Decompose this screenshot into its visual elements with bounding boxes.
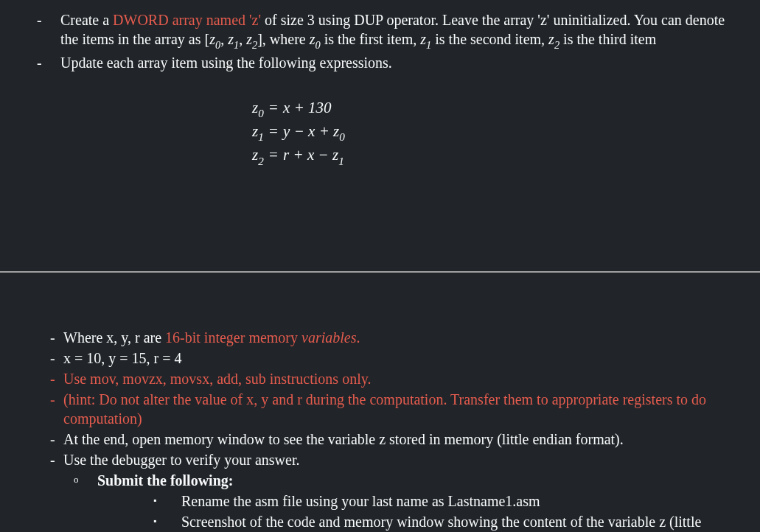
bullet-text: Use the debugger to verify your answer. [63, 450, 736, 469]
submit-heading: Submit the following: [97, 471, 736, 490]
bullet-text: Screenshot of the code and memory window… [181, 512, 736, 532]
bullet-submit-heading: o Submit the following: [74, 471, 736, 490]
bullet-memory-window: - At the end, open memory window to see … [50, 430, 736, 449]
red-highlight: DWORD array named 'z' [113, 12, 261, 28]
z2-desc: is the third item [559, 31, 656, 47]
var-z2-ref: z2 [548, 31, 559, 47]
bullet-where-vars: - Where x, y, r are 16-bit integer memor… [50, 328, 736, 347]
b1-prefix: Where x, y, r are [63, 329, 165, 346]
b1-period: . [356, 329, 360, 346]
submit-sublist: o Submit the following: ▪ Rename the asm… [74, 471, 736, 532]
var-z0-ref: z0 [310, 31, 321, 47]
circle-bullet: o [74, 471, 97, 486]
equation-3: z2 = r + x − z1 [252, 144, 736, 168]
top-section: - Create a DWORD array named 'z' of size… [0, 0, 760, 273]
bullet-text: Update each array item using the followi… [60, 53, 736, 72]
bullet-rename: ▪ Rename the asm file using your last na… [153, 491, 736, 511]
var-z1: z1 [228, 31, 239, 47]
text-prefix: Create a [60, 12, 113, 28]
square-bullet-icon: ▪ [153, 512, 181, 528]
bullet-text: At the end, open memory window to see th… [63, 430, 736, 449]
bullet-text: Create a DWORD array named 'z' of size 3… [60, 10, 736, 52]
dash-bullet: - [50, 369, 63, 388]
bullet-text: Use mov, movzx, movsx, add, sub instruct… [63, 369, 736, 388]
var-z0: z0 [209, 31, 220, 47]
square-sublist: ▪ Rename the asm file using your last na… [153, 491, 736, 532]
dash-bullet: - [37, 53, 60, 72]
equations-block: z0 = x + 130 z1 = y − x + z0 z2 = r + x … [252, 97, 736, 169]
z1-desc: is the second item, [431, 31, 548, 47]
bullet-debugger: - Use the debugger to verify your answer… [50, 450, 736, 469]
bullet-text: Where x, y, r are 16-bit integer memory … [63, 328, 736, 347]
bullet-item-create-array: - Create a DWORD array named 'z' of size… [37, 10, 736, 52]
dash-bullet: - [37, 10, 60, 29]
bullet-hint: - (hint: Do not alter the value of x, y … [50, 390, 736, 428]
dash-bullet: - [50, 328, 63, 347]
var-z2: z2 [246, 31, 257, 47]
dash-bullet: - [50, 390, 63, 409]
equation-2: z1 = y − x + z0 [252, 121, 736, 144]
bullet-text: Rename the asm file using your last name… [181, 491, 736, 511]
dash-bullet: - [50, 430, 63, 449]
bullet-values: - x = 10, y = 15, r = 4 [50, 349, 736, 368]
bullet-screenshot: ▪ Screenshot of the code and memory wind… [153, 512, 736, 532]
bullet-instructions: - Use mov, movzx, movsx, add, sub instru… [50, 369, 736, 388]
var-z1-ref: z1 [420, 31, 431, 47]
b1-red-italic: variables [301, 329, 356, 346]
dash-bullet: - [50, 349, 63, 368]
square-bullet-icon: ▪ [153, 491, 181, 507]
bullet-item-update: - Update each array item using the follo… [37, 53, 736, 72]
bottom-section: - Where x, y, r are 16-bit integer memor… [0, 273, 760, 532]
bullet-text: (hint: Do not alter the value of x, y an… [63, 390, 736, 428]
b1-red: 16-bit integer memory [165, 329, 301, 346]
equation-1: z0 = x + 130 [252, 97, 736, 121]
text-after-arr: ], where [257, 31, 310, 47]
z0-desc: is the first item, [321, 31, 421, 47]
bullet-text: x = 10, y = 15, r = 4 [63, 349, 736, 368]
dash-bullet: - [50, 450, 63, 469]
